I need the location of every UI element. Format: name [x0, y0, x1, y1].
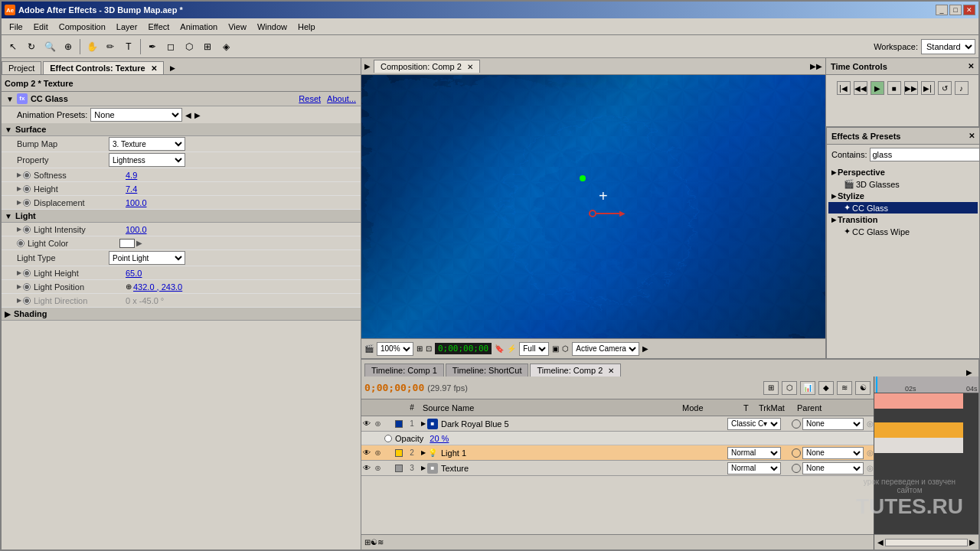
property-select[interactable]: Lightness	[109, 153, 185, 167]
minimize-button[interactable]: _	[936, 5, 948, 15]
tl-scroll-left-icon[interactable]: ◀	[877, 538, 884, 546]
text-tool[interactable]: T	[120, 38, 137, 55]
layer1-solo-icon[interactable]: ◎	[372, 419, 383, 429]
project-tab[interactable]: Project	[2, 61, 41, 74]
next-frame-button[interactable]: ▶▶	[904, 81, 918, 95]
layer2-visibility-icon[interactable]: 👁	[361, 448, 372, 458]
light-header[interactable]: ▼ Light	[2, 210, 361, 223]
layer3-mode-select[interactable]: Normal	[727, 462, 781, 474]
height-enable[interactable]	[23, 185, 31, 193]
panel-menu-icon[interactable]: ▶	[167, 62, 179, 74]
menu-effect[interactable]: Effect	[143, 21, 174, 33]
menu-layer[interactable]: Layer	[112, 21, 142, 33]
comp-quality-select[interactable]: Full	[519, 342, 549, 356]
height-value[interactable]: 7.4	[126, 184, 137, 194]
layer1-color-label[interactable]	[395, 420, 403, 428]
tl-playhead[interactable]	[876, 377, 877, 393]
light-height-expand-icon[interactable]: ▶	[17, 269, 21, 276]
effects-close-icon[interactable]: ✕	[969, 132, 975, 140]
light-type-select[interactable]: Point Light	[109, 251, 185, 265]
pen-tool[interactable]: ✒	[144, 38, 161, 55]
comp-zoom-select[interactable]: 100%	[377, 342, 413, 356]
stamp-tool[interactable]: ⊞	[199, 38, 216, 55]
render-btn[interactable]: ⬡	[782, 381, 797, 395]
about-link[interactable]: About...	[327, 94, 356, 103]
prev-preset-icon[interactable]: ◀	[185, 111, 191, 119]
menu-file[interactable]: File	[5, 21, 28, 33]
menu-view[interactable]: View	[224, 21, 251, 33]
go-start-button[interactable]: |◀	[837, 81, 851, 95]
close-button[interactable]: ✕	[963, 5, 975, 15]
transition-category[interactable]: ▶ Transition	[828, 214, 978, 226]
layer2-color-label[interactable]	[395, 449, 403, 457]
effect-controls-tab[interactable]: Effect Controls: Texture ✕	[43, 61, 164, 74]
intensity-expand-icon[interactable]: ▶	[17, 226, 21, 233]
timeline-expand-icon[interactable]: ▶	[966, 368, 972, 377]
cc-glass-item[interactable]: ✦ CC Glass	[828, 202, 978, 214]
layer1-mode-select[interactable]: Classic C▾	[727, 418, 781, 430]
tl-add-comp-icon[interactable]: ⊞	[364, 538, 371, 546]
zoom-tool[interactable]: 🔍	[41, 38, 58, 55]
menu-window[interactable]: Window	[253, 21, 292, 33]
comp-panel-icon[interactable]: ▶	[364, 62, 371, 70]
layer2-parent-select[interactable]: None	[802, 447, 864, 459]
stylize-category[interactable]: ▶ Stylize	[828, 190, 978, 202]
layer3-solo-icon[interactable]: ◎	[372, 463, 383, 474]
light-color-enable[interactable]	[17, 240, 24, 247]
composition-mode-btn[interactable]: ⊞	[763, 381, 779, 395]
softness-value[interactable]: 4.9	[126, 171, 137, 180]
layer1-expand-icon[interactable]: ▶	[420, 420, 427, 428]
effects-search-input[interactable]	[870, 148, 980, 161]
menu-help[interactable]: Help	[293, 21, 320, 33]
height-expand-icon[interactable]: ▶	[17, 185, 21, 192]
softness-enable[interactable]	[23, 171, 31, 179]
solo-btn[interactable]: ☯	[855, 381, 871, 395]
eraser-tool[interactable]: ◈	[217, 38, 234, 55]
tl-solo-icon[interactable]: ☯	[371, 538, 377, 546]
light-color-swatch[interactable]	[119, 239, 135, 248]
play-button[interactable]: ▶	[871, 81, 884, 95]
layer3-visibility-icon[interactable]: 👁	[361, 463, 372, 474]
brush-tool[interactable]: ✏	[102, 38, 119, 55]
layer3-color-label[interactable]	[395, 465, 403, 472]
comp-expand-icon[interactable]: ▶▶	[810, 62, 822, 70]
workspace-select[interactable]: Standard	[921, 39, 975, 54]
layer2-mode-select[interactable]: Normal	[727, 447, 781, 459]
comp-view-select[interactable]: Active Camera	[572, 342, 639, 356]
light-dir-expand-icon[interactable]: ▶	[17, 297, 21, 304]
light-pos-enable[interactable]	[23, 283, 31, 291]
tl-scroll-track[interactable]	[885, 539, 968, 546]
3d-glasses-item[interactable]: 🎬 3D Glasses	[828, 178, 978, 190]
bump-map-select[interactable]: 3. Texture	[109, 137, 185, 151]
keyframe-btn[interactable]: ◆	[818, 381, 834, 395]
comp-grid-icon[interactable]: ⊡	[426, 344, 432, 353]
comp-tab-close-icon[interactable]: ✕	[467, 63, 473, 71]
pan-tool[interactable]: ✋	[83, 38, 100, 55]
maximize-button[interactable]: □	[949, 5, 962, 15]
timeline-tab-shortcut[interactable]: Timeline: ShortCut	[446, 364, 529, 377]
opacity-value[interactable]: 20 %	[430, 434, 449, 443]
menu-composition[interactable]: Composition	[54, 21, 110, 33]
displacement-enable[interactable]	[23, 199, 31, 207]
light-dir-enable[interactable]	[23, 297, 31, 305]
cc-glass-wipe-item[interactable]: ✦ CC Glass Wipe	[828, 226, 978, 237]
next-preset-icon[interactable]: ▶	[194, 111, 201, 119]
orbit-tool[interactable]: ⊕	[60, 38, 77, 55]
stop-button[interactable]: ■	[887, 81, 901, 95]
animation-presets-select[interactable]: None	[90, 108, 182, 122]
color-swatch-arrow[interactable]: ▶	[136, 239, 142, 247]
prev-frame-button[interactable]: ◀◀	[854, 81, 867, 95]
graph-btn[interactable]: 📊	[800, 381, 815, 395]
surface-header[interactable]: ▼ Surface	[2, 123, 361, 136]
tab-close-icon[interactable]: ✕	[151, 64, 157, 73]
light-height-value[interactable]: 65.0	[126, 269, 142, 278]
perspective-category[interactable]: ▶ Perspective	[828, 166, 978, 178]
audio-button[interactable]: ♪	[955, 81, 969, 95]
rotation-tool[interactable]: ↻	[23, 38, 40, 55]
go-end-button[interactable]: ▶|	[921, 81, 935, 95]
displacement-expand-icon[interactable]: ▶	[17, 199, 21, 206]
reset-link[interactable]: Reset	[299, 94, 321, 103]
light-intensity-value[interactable]: 100.0	[126, 225, 147, 234]
comp-tab[interactable]: Composition: Comp 2 ✕	[374, 60, 480, 73]
tl-scroll-right-icon[interactable]: ▶	[969, 538, 975, 546]
